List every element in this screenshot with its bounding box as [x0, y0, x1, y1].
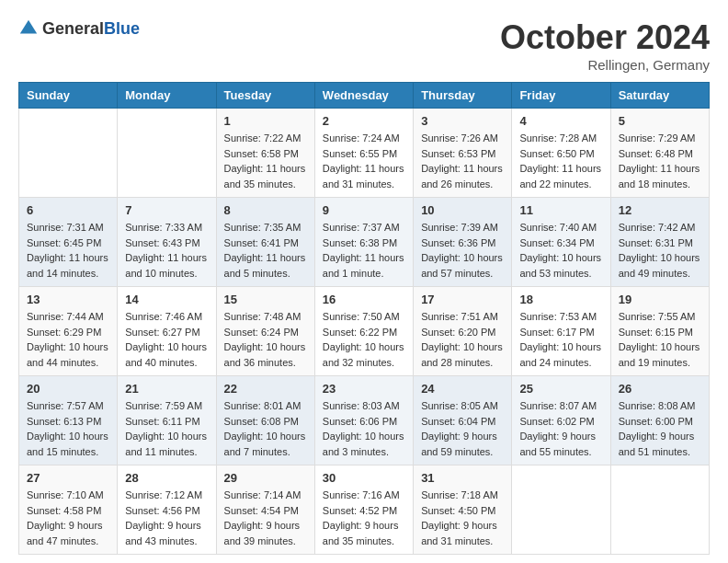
logo-icon [18, 18, 39, 39]
day-number: 5 [619, 114, 701, 128]
day-number: 20 [27, 382, 109, 396]
calendar-week-row: 6Sunrise: 7:31 AMSunset: 6:45 PMDaylight… [19, 198, 710, 287]
calendar-cell: 5Sunrise: 7:29 AMSunset: 6:48 PMDaylight… [610, 109, 709, 198]
day-info: Sunrise: 7:26 AMSunset: 6:53 PMDaylight:… [421, 131, 504, 191]
page-header: GeneralBlue October 2024 Rellingen, Germ… [18, 18, 710, 73]
day-info: Sunrise: 7:37 AMSunset: 6:38 PMDaylight:… [323, 220, 405, 281]
day-info: Sunrise: 8:07 AMSunset: 6:02 PMDaylight:… [519, 398, 602, 459]
day-number: 12 [619, 203, 701, 217]
day-number: 9 [323, 203, 405, 217]
day-info: Sunrise: 7:39 AMSunset: 6:36 PMDaylight:… [421, 220, 504, 281]
day-info: Sunrise: 7:50 AMSunset: 6:22 PMDaylight:… [323, 309, 405, 370]
calendar-cell: 30Sunrise: 7:16 AMSunset: 4:52 PMDayligh… [314, 465, 413, 555]
svg-marker-0 [20, 20, 37, 34]
day-number: 18 [519, 293, 602, 306]
day-info: Sunrise: 8:01 AMSunset: 6:08 PMDaylight:… [224, 398, 307, 459]
logo-blue: Blue [104, 19, 140, 38]
day-number: 29 [224, 471, 307, 485]
day-number: 30 [323, 471, 405, 485]
logo: GeneralBlue [18, 18, 140, 39]
month-title: October 2024 [500, 18, 710, 57]
day-info: Sunrise: 8:03 AMSunset: 6:06 PMDaylight:… [323, 398, 405, 459]
day-info: Sunrise: 7:42 AMSunset: 6:31 PMDaylight:… [619, 220, 701, 281]
calendar-cell: 6Sunrise: 7:31 AMSunset: 6:45 PMDaylight… [19, 198, 118, 287]
day-info: Sunrise: 7:16 AMSunset: 4:52 PMDaylight:… [323, 488, 405, 548]
calendar-cell: 7Sunrise: 7:33 AMSunset: 6:43 PMDaylight… [118, 198, 216, 287]
day-info: Sunrise: 7:55 AMSunset: 6:15 PMDaylight:… [619, 309, 701, 370]
location-subtitle: Rellingen, Germany [500, 57, 710, 73]
day-number: 19 [619, 293, 701, 306]
calendar-cell: 11Sunrise: 7:40 AMSunset: 6:34 PMDayligh… [512, 198, 610, 287]
day-number: 4 [519, 114, 602, 128]
day-info: Sunrise: 7:28 AMSunset: 6:50 PMDaylight:… [519, 131, 602, 191]
calendar-cell: 23Sunrise: 8:03 AMSunset: 6:06 PMDayligh… [314, 376, 413, 465]
weekday-header: Friday [512, 83, 610, 109]
day-number: 31 [421, 471, 504, 485]
day-info: Sunrise: 7:57 AMSunset: 6:13 PMDaylight:… [27, 398, 109, 459]
calendar-cell: 4Sunrise: 7:28 AMSunset: 6:50 PMDaylight… [512, 109, 610, 198]
calendar-cell: 14Sunrise: 7:46 AMSunset: 6:27 PMDayligh… [118, 287, 216, 376]
weekday-header: Thursday [414, 83, 512, 109]
weekday-header: Monday [118, 83, 216, 109]
calendar-cell: 24Sunrise: 8:05 AMSunset: 6:04 PMDayligh… [414, 376, 512, 465]
day-info: Sunrise: 7:35 AMSunset: 6:41 PMDaylight:… [224, 220, 307, 281]
day-number: 26 [619, 382, 701, 396]
calendar-cell: 18Sunrise: 7:53 AMSunset: 6:17 PMDayligh… [512, 287, 610, 376]
day-number: 28 [125, 471, 208, 485]
day-info: Sunrise: 7:31 AMSunset: 6:45 PMDaylight:… [27, 220, 109, 281]
calendar-cell: 15Sunrise: 7:48 AMSunset: 6:24 PMDayligh… [216, 287, 314, 376]
day-number: 6 [27, 203, 109, 217]
calendar-week-row: 27Sunrise: 7:10 AMSunset: 4:58 PMDayligh… [19, 465, 710, 555]
calendar-cell: 12Sunrise: 7:42 AMSunset: 6:31 PMDayligh… [610, 198, 709, 287]
day-info: Sunrise: 7:59 AMSunset: 6:11 PMDaylight:… [125, 398, 208, 459]
day-info: Sunrise: 7:51 AMSunset: 6:20 PMDaylight:… [421, 309, 504, 370]
calendar-cell: 3Sunrise: 7:26 AMSunset: 6:53 PMDaylight… [414, 109, 512, 198]
day-number: 21 [125, 382, 208, 396]
day-info: Sunrise: 8:08 AMSunset: 6:00 PMDaylight:… [619, 398, 701, 459]
day-info: Sunrise: 7:33 AMSunset: 6:43 PMDaylight:… [125, 220, 208, 281]
day-number: 14 [125, 293, 208, 306]
day-number: 27 [27, 471, 109, 485]
calendar-cell: 25Sunrise: 8:07 AMSunset: 6:02 PMDayligh… [512, 376, 610, 465]
calendar-cell: 29Sunrise: 7:14 AMSunset: 4:54 PMDayligh… [216, 465, 314, 555]
day-number: 25 [519, 382, 602, 396]
title-section: October 2024 Rellingen, Germany [500, 18, 710, 73]
day-number: 16 [323, 293, 405, 306]
calendar-cell [118, 109, 216, 198]
day-info: Sunrise: 7:22 AMSunset: 6:58 PMDaylight:… [224, 131, 307, 191]
day-info: Sunrise: 7:53 AMSunset: 6:17 PMDaylight:… [519, 309, 602, 370]
day-number: 23 [323, 382, 405, 396]
calendar-cell [610, 465, 709, 555]
calendar-cell: 28Sunrise: 7:12 AMSunset: 4:56 PMDayligh… [118, 465, 216, 555]
logo-general: General [42, 19, 104, 38]
day-number: 3 [421, 114, 504, 128]
day-info: Sunrise: 7:48 AMSunset: 6:24 PMDaylight:… [224, 309, 307, 370]
calendar-cell: 16Sunrise: 7:50 AMSunset: 6:22 PMDayligh… [314, 287, 413, 376]
day-number: 17 [421, 293, 504, 306]
weekday-header: Sunday [19, 83, 118, 109]
calendar-week-row: 20Sunrise: 7:57 AMSunset: 6:13 PMDayligh… [19, 376, 710, 465]
calendar-cell: 17Sunrise: 7:51 AMSunset: 6:20 PMDayligh… [414, 287, 512, 376]
calendar-cell: 1Sunrise: 7:22 AMSunset: 6:58 PMDaylight… [216, 109, 314, 198]
calendar-cell: 19Sunrise: 7:55 AMSunset: 6:15 PMDayligh… [610, 287, 709, 376]
day-info: Sunrise: 7:29 AMSunset: 6:48 PMDaylight:… [619, 131, 701, 191]
calendar-table: SundayMondayTuesdayWednesdayThursdayFrid… [18, 82, 710, 555]
weekday-header-row: SundayMondayTuesdayWednesdayThursdayFrid… [19, 83, 710, 109]
day-number: 15 [224, 293, 307, 306]
day-info: Sunrise: 7:18 AMSunset: 4:50 PMDaylight:… [421, 488, 504, 548]
day-number: 10 [421, 203, 504, 217]
weekday-header: Wednesday [314, 83, 413, 109]
calendar-cell: 10Sunrise: 7:39 AMSunset: 6:36 PMDayligh… [414, 198, 512, 287]
day-info: Sunrise: 7:12 AMSunset: 4:56 PMDaylight:… [125, 488, 208, 548]
day-number: 1 [224, 114, 307, 128]
calendar-week-row: 13Sunrise: 7:44 AMSunset: 6:29 PMDayligh… [19, 287, 710, 376]
calendar-cell: 26Sunrise: 8:08 AMSunset: 6:00 PMDayligh… [610, 376, 709, 465]
calendar-cell: 31Sunrise: 7:18 AMSunset: 4:50 PMDayligh… [414, 465, 512, 555]
day-info: Sunrise: 7:10 AMSunset: 4:58 PMDaylight:… [27, 488, 109, 548]
day-info: Sunrise: 7:14 AMSunset: 4:54 PMDaylight:… [224, 488, 307, 548]
calendar-cell: 20Sunrise: 7:57 AMSunset: 6:13 PMDayligh… [19, 376, 118, 465]
day-info: Sunrise: 7:46 AMSunset: 6:27 PMDaylight:… [125, 309, 208, 370]
calendar-week-row: 1Sunrise: 7:22 AMSunset: 6:58 PMDaylight… [19, 109, 710, 198]
day-number: 24 [421, 382, 504, 396]
calendar-cell: 21Sunrise: 7:59 AMSunset: 6:11 PMDayligh… [118, 376, 216, 465]
